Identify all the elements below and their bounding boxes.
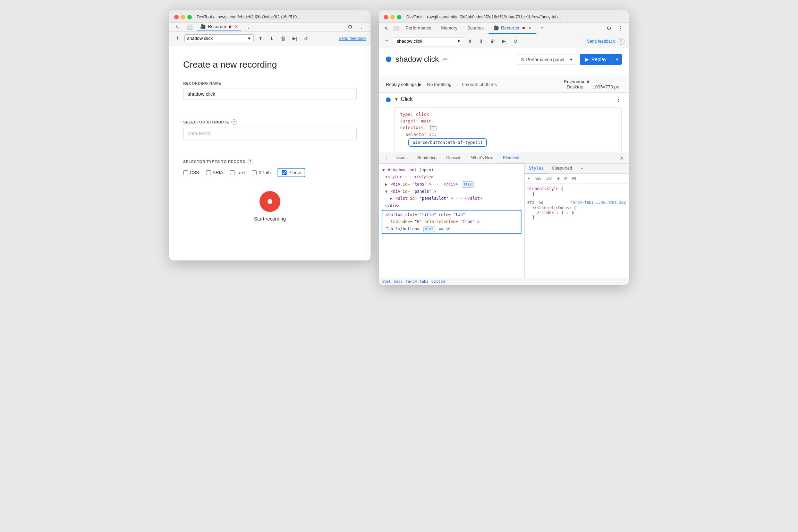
selector-types-help-icon[interactable]: ? bbox=[248, 159, 253, 164]
styles-cls-btn[interactable]: .cls bbox=[545, 175, 554, 182]
maximize-traffic-light[interactable] bbox=[187, 15, 192, 19]
left-device-btn[interactable]: ⬜ bbox=[185, 23, 195, 31]
tab-memory[interactable]: Memory bbox=[436, 23, 462, 34]
right-feedback-area: Send feedback bbox=[587, 38, 615, 44]
minimize-traffic-light[interactable] bbox=[181, 15, 185, 19]
styles-tab-more[interactable]: » bbox=[576, 164, 587, 173]
devtools-tab-issues[interactable]: Issues bbox=[391, 153, 413, 163]
checkbox-aria[interactable]: ARIA bbox=[206, 170, 223, 175]
tab-more[interactable]: » bbox=[536, 23, 549, 34]
right-feedback-link[interactable]: Send feedback bbox=[587, 39, 615, 44]
replay-settings-values: No throttling | Timeout: 5000 ms bbox=[424, 82, 500, 87]
selector-value: pierce/button:nth-of-type(1) bbox=[408, 138, 487, 147]
close-traffic-light[interactable] bbox=[174, 15, 179, 19]
step-collapse-icon[interactable]: ▼ bbox=[394, 97, 399, 102]
selector-attr-help-icon[interactable]: ? bbox=[231, 119, 237, 125]
edit-recording-icon[interactable]: ✏ bbox=[443, 56, 448, 63]
checkbox-xpath[interactable]: XPath bbox=[252, 170, 271, 175]
right-maximize-light[interactable] bbox=[397, 15, 401, 19]
styles-element-body: } bbox=[527, 192, 626, 197]
checkbox-xpath-input[interactable] bbox=[252, 170, 257, 175]
checkbox-text-input[interactable] bbox=[230, 170, 235, 175]
left-recorder-tab[interactable]: 🎥 Recorder ⏺ ✕ bbox=[197, 23, 241, 31]
right-play-btn[interactable]: ▶| bbox=[500, 37, 509, 45]
step-expand-row: ▼ Click bbox=[394, 96, 612, 102]
bc-body[interactable]: body bbox=[394, 279, 403, 284]
checkbox-pierce[interactable]: Pierce bbox=[278, 168, 305, 177]
right-minimize-light[interactable] bbox=[390, 15, 395, 19]
left-new-recording-btn[interactable]: + bbox=[173, 34, 181, 43]
checkbox-css[interactable]: CSS bbox=[183, 170, 199, 175]
step-more-button[interactable]: ⋮ bbox=[616, 96, 622, 102]
recorder-right-icon: 🎥 bbox=[493, 25, 499, 31]
left-upload-btn[interactable]: ⬆ bbox=[256, 35, 265, 42]
right-rewind-btn[interactable]: ↺ bbox=[511, 37, 520, 45]
recorder-tab-label: Recorder bbox=[208, 24, 226, 29]
bc-html[interactable]: html bbox=[382, 279, 391, 284]
right-download-btn[interactable]: ⬇ bbox=[477, 37, 485, 45]
left-play-btn[interactable]: ▶| bbox=[290, 35, 299, 42]
styles-copy-btn[interactable]: ⎘ bbox=[563, 175, 569, 182]
right-delete-btn[interactable]: 🗑 bbox=[488, 37, 497, 45]
replay-button[interactable]: ▶ Replay ▾ bbox=[580, 54, 622, 65]
left-recording-name-dropdown[interactable]: shadow click ▾ bbox=[184, 34, 254, 42]
right-menu-nav-btn[interactable]: ⋮ bbox=[616, 24, 625, 33]
right-settings-nav-btn[interactable]: ⚙ bbox=[604, 24, 613, 33]
right-recording-name-dropdown[interactable]: shadow click ▾ bbox=[394, 37, 463, 45]
checkbox-css-input[interactable] bbox=[183, 170, 188, 175]
styles-tab-computed[interactable]: Computed bbox=[548, 164, 576, 173]
performance-panel-button[interactable]: ⊙ Performance panel ▾ bbox=[516, 54, 577, 65]
left-cursor-btn[interactable]: ↖ bbox=[173, 23, 182, 31]
styles-tab-styles[interactable]: Styles bbox=[525, 164, 548, 173]
devtools-tab-elements[interactable]: Elements bbox=[498, 153, 525, 163]
right-device-btn[interactable]: ⬜ bbox=[391, 23, 401, 34]
devtools-tab-rendering[interactable]: Rendering bbox=[413, 153, 441, 163]
el-div-end: </div> bbox=[380, 202, 523, 209]
el-button-selected[interactable]: <button slot= "title" role= "tab" tabind… bbox=[382, 210, 521, 234]
right-upload-btn[interactable]: ⬆ bbox=[466, 37, 474, 45]
checkbox-pierce-input[interactable] bbox=[282, 170, 287, 175]
styles-ta-source[interactable]: fancy-tabs-….mo.html:302 bbox=[571, 200, 626, 205]
styles-toggle-btn[interactable]: ⊞ bbox=[571, 175, 577, 182]
tab-recorder[interactable]: 🎥 Recorder ⏺ ✕ bbox=[489, 23, 536, 34]
tab-performance[interactable]: Performance bbox=[401, 23, 436, 34]
dollar-zero: == $0 bbox=[439, 227, 450, 231]
left-delete-btn[interactable]: 🗑 bbox=[279, 35, 288, 42]
recorder-tab-close[interactable]: ✕ bbox=[235, 24, 238, 29]
right-new-recording-btn[interactable]: + bbox=[383, 36, 391, 46]
devtools-tab-console[interactable]: Console bbox=[441, 153, 466, 163]
left-rewind-btn[interactable]: ↺ bbox=[302, 35, 310, 42]
tab-sources[interactable]: Sources bbox=[462, 23, 489, 34]
el-button-line3: Tab 1</button> slot == $0 bbox=[384, 225, 519, 233]
right-help-btn[interactable]: ? bbox=[618, 38, 625, 45]
left-dropdown-arrow[interactable]: ▾ bbox=[248, 36, 251, 41]
left-feedback-link[interactable]: Send feedback bbox=[339, 36, 366, 41]
right-close-light[interactable] bbox=[384, 15, 388, 19]
replay-dropdown-arrow[interactable]: ▾ bbox=[612, 54, 622, 65]
styles-hov-btn[interactable]: :hov bbox=[532, 175, 543, 182]
right-dropdown-arrow[interactable]: ▾ bbox=[458, 38, 460, 44]
styles-add-btn[interactable]: + bbox=[556, 175, 561, 182]
selector-attr-input[interactable] bbox=[183, 128, 357, 139]
devtools-tab-whatsnew[interactable]: What's New bbox=[466, 153, 498, 163]
perf-panel-icon: ⊙ bbox=[520, 57, 524, 62]
bc-button[interactable]: button bbox=[431, 279, 445, 284]
replay-settings-link[interactable]: Replay settings ▶ bbox=[386, 82, 422, 87]
bc-fancy-tabs[interactable]: fancy-tabs bbox=[406, 279, 428, 284]
devtools-drag-handle[interactable]: ⋮ bbox=[382, 154, 391, 162]
styles-rule-element: element.style { } bbox=[527, 186, 626, 197]
checkbox-aria-input[interactable] bbox=[206, 170, 211, 175]
left-settings-btn[interactable]: ⚙ bbox=[346, 23, 355, 31]
left-more-tabs-btn[interactable]: ⋮ bbox=[244, 23, 253, 31]
left-download-btn[interactable]: ⬇ bbox=[268, 35, 276, 42]
recording-name-input[interactable] bbox=[183, 88, 357, 100]
styles-tabs-row: Styles Computed » bbox=[525, 164, 629, 174]
left-menu-btn[interactable]: ⋮ bbox=[357, 23, 366, 31]
right-cursor-btn[interactable]: ↖ bbox=[382, 23, 391, 34]
perf-dropdown-arrow[interactable]: ▾ bbox=[570, 57, 572, 62]
recorder-right-close[interactable]: ✕ bbox=[528, 26, 532, 31]
styles-zindex-info[interactable]: ℹ bbox=[572, 210, 574, 215]
devtools-close-btn[interactable]: ✕ bbox=[618, 154, 626, 162]
checkbox-text[interactable]: Text bbox=[230, 170, 245, 175]
start-recording-button[interactable] bbox=[260, 191, 280, 212]
